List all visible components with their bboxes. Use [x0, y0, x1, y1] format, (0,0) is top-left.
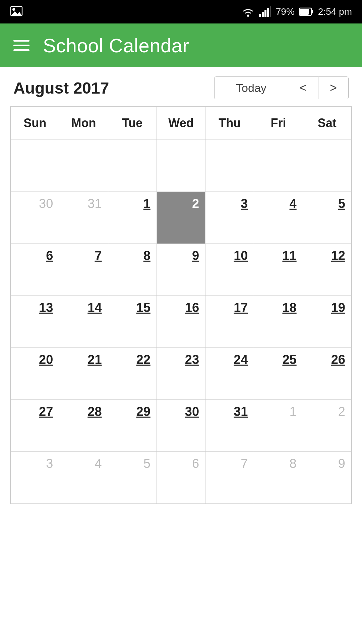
battery-icon — [299, 7, 313, 16]
calendar-weekdays: SunMonTueWedThuFriSat — [11, 107, 352, 140]
wifi-icon — [242, 6, 254, 17]
calendar-day[interactable]: 2 — [157, 192, 205, 244]
calendar-day[interactable]: 8 — [108, 244, 157, 296]
svg-marker-2 — [11, 11, 22, 16]
calendar-day[interactable]: 27 — [11, 400, 59, 452]
status-bar-left — [10, 5, 23, 19]
calendar-day[interactable]: 29 — [108, 400, 157, 452]
svg-rect-7 — [267, 8, 269, 17]
nav-buttons: Today < > — [214, 76, 349, 99]
status-bar: 79% 2:54 pm — [0, 0, 362, 23]
weekday-header: Sun — [11, 107, 59, 140]
svg-rect-11 — [300, 9, 309, 15]
calendar-day[interactable]: 24 — [205, 348, 254, 400]
calendar-day[interactable]: 19 — [303, 296, 351, 348]
calendar-day[interactable]: 17 — [205, 296, 254, 348]
calendar-day[interactable] — [303, 140, 351, 192]
weekday-header: Mon — [59, 107, 108, 140]
calendar-grid: SunMonTueWedThuFriSat 303112345678910111… — [10, 106, 352, 504]
image-icon — [10, 5, 23, 17]
calendar-day[interactable]: 9 — [303, 452, 351, 504]
svg-rect-8 — [270, 6, 271, 17]
calendar-day[interactable]: 18 — [254, 296, 303, 348]
calendar-day[interactable]: 16 — [157, 296, 205, 348]
calendar-day[interactable]: 6 — [11, 244, 59, 296]
calendar-week-row — [11, 140, 352, 192]
status-icons: 79% 2:54 pm — [242, 6, 352, 17]
calendar-day[interactable]: 20 — [11, 348, 59, 400]
svg-rect-5 — [262, 12, 264, 17]
calendar-day[interactable]: 1 — [254, 400, 303, 452]
svg-rect-4 — [259, 14, 261, 17]
calendar-day[interactable]: 30 — [157, 400, 205, 452]
hamburger-menu[interactable] — [13, 40, 29, 51]
calendar-day[interactable]: 12 — [303, 244, 351, 296]
svg-point-1 — [12, 8, 15, 11]
calendar-day[interactable]: 21 — [59, 348, 108, 400]
today-button[interactable]: Today — [214, 76, 288, 99]
calendar-day[interactable]: 31 — [205, 400, 254, 452]
calendar-day[interactable]: 10 — [205, 244, 254, 296]
calendar-day[interactable] — [157, 140, 205, 192]
prev-month-button[interactable]: < — [288, 76, 318, 99]
calendar-week-row: 272829303112 — [11, 400, 352, 452]
month-year-label: August 2017 — [13, 79, 109, 97]
calendar-day[interactable]: 1 — [108, 192, 157, 244]
svg-rect-6 — [264, 10, 266, 17]
calendar-week-row: 3456789 — [11, 452, 352, 504]
weekday-header: Fri — [254, 107, 303, 140]
calendar-day[interactable]: 5 — [108, 452, 157, 504]
next-month-button[interactable]: > — [318, 76, 349, 99]
calendar-day[interactable]: 9 — [157, 244, 205, 296]
calendar-day[interactable]: 3 — [205, 192, 254, 244]
weekday-header: Thu — [205, 107, 254, 140]
calendar-day[interactable]: 7 — [59, 244, 108, 296]
calendar-day[interactable]: 22 — [108, 348, 157, 400]
calendar-week-row: 13141516171819 — [11, 296, 352, 348]
calendar-day[interactable] — [205, 140, 254, 192]
weekday-header: Wed — [157, 107, 205, 140]
calendar-week-row: 20212223242526 — [11, 348, 352, 400]
calendar-day[interactable]: 13 — [11, 296, 59, 348]
weekday-header: Tue — [108, 107, 157, 140]
calendar-day[interactable] — [11, 140, 59, 192]
weekday-header: Sat — [303, 107, 351, 140]
calendar-day[interactable]: 11 — [254, 244, 303, 296]
calendar-day[interactable]: 5 — [303, 192, 351, 244]
calendar-body: 3031123456789101112131415161718192021222… — [11, 140, 352, 504]
calendar-day[interactable]: 4 — [254, 192, 303, 244]
calendar-day[interactable]: 3 — [11, 452, 59, 504]
calendar-day[interactable] — [108, 140, 157, 192]
calendar-day[interactable]: 7 — [205, 452, 254, 504]
calendar-day[interactable]: 30 — [11, 192, 59, 244]
calendar-day[interactable] — [254, 140, 303, 192]
app-bar: School Calendar — [0, 23, 362, 67]
calendar-day[interactable]: 4 — [59, 452, 108, 504]
svg-rect-10 — [311, 10, 313, 13]
calendar-week-row: 303112345 — [11, 192, 352, 244]
calendar-day[interactable]: 15 — [108, 296, 157, 348]
calendar-day[interactable]: 8 — [254, 452, 303, 504]
calendar-day[interactable]: 28 — [59, 400, 108, 452]
signal-icon — [259, 6, 271, 17]
calendar-day[interactable]: 23 — [157, 348, 205, 400]
calendar-day[interactable]: 6 — [157, 452, 205, 504]
calendar-day[interactable]: 31 — [59, 192, 108, 244]
calendar-day[interactable]: 26 — [303, 348, 351, 400]
calendar-day[interactable]: 25 — [254, 348, 303, 400]
calendar-day[interactable] — [59, 140, 108, 192]
svg-point-3 — [247, 15, 249, 17]
app-title: School Calendar — [43, 34, 189, 57]
calendar-day[interactable]: 2 — [303, 400, 351, 452]
calendar-week-row: 6789101112 — [11, 244, 352, 296]
calendar-day[interactable]: 14 — [59, 296, 108, 348]
calendar-header: August 2017 Today < > — [0, 67, 362, 106]
battery-text: 79% — [276, 6, 295, 17]
time-text: 2:54 pm — [318, 6, 352, 17]
